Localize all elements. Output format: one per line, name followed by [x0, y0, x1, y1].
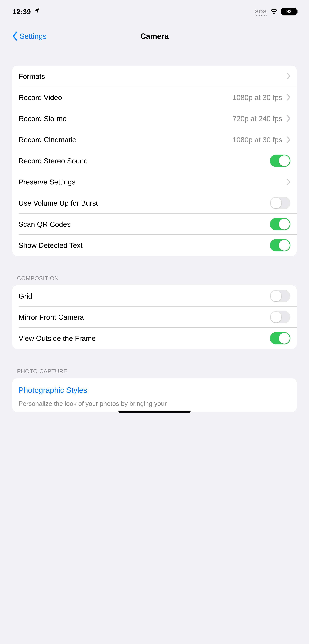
row-detected-text: Show Detected Text	[12, 235, 297, 256]
chevron-right-icon	[287, 136, 290, 143]
row-label: Record Stereo Sound	[18, 156, 88, 165]
row-label: Record Video	[18, 93, 62, 102]
chevron-right-icon	[287, 94, 290, 100]
toggle-view-outside[interactable]	[270, 332, 290, 344]
section-header-composition: COMPOSITION	[17, 275, 297, 282]
toggle-detected-text[interactable]	[270, 239, 290, 252]
row-label: Record Slo-mo	[18, 114, 66, 123]
settings-group-main: Formats Record Video 1080p at 30 fps Rec…	[12, 66, 297, 256]
toggle-record-stereo-sound[interactable]	[270, 154, 290, 167]
row-formats[interactable]: Formats	[12, 66, 297, 87]
toggle-grid[interactable]	[270, 290, 290, 302]
settings-group-composition: Grid Mirror Front Camera View Outside th…	[12, 286, 297, 349]
chevron-left-icon	[12, 32, 18, 40]
row-label: Preserve Settings	[18, 178, 76, 186]
row-label: Show Detected Text	[18, 241, 82, 250]
row-label: Scan QR Codes	[18, 220, 71, 228]
row-label: Use Volume Up for Burst	[18, 199, 98, 207]
nav-bar: Settings Camera	[12, 23, 297, 49]
toggle-scan-qr[interactable]	[270, 218, 290, 230]
home-indicator[interactable]	[118, 411, 190, 413]
row-record-stereo-sound: Record Stereo Sound	[12, 150, 297, 171]
row-label: Formats	[18, 72, 45, 80]
sos-indicator: SOS	[255, 9, 267, 14]
battery-indicator: 92	[281, 8, 297, 16]
back-label: Settings	[20, 32, 46, 40]
row-label: Mirror Front Camera	[18, 313, 84, 321]
row-value: 720p at 240 fps	[232, 114, 282, 123]
row-label: Grid	[18, 292, 32, 300]
chevron-right-icon	[287, 73, 290, 79]
row-scan-qr: Scan QR Codes	[12, 214, 297, 235]
chevron-right-icon	[287, 116, 290, 122]
row-view-outside: View Outside the Frame	[12, 328, 297, 349]
row-record-video[interactable]: Record Video 1080p at 30 fps	[12, 87, 297, 108]
location-icon	[34, 7, 40, 16]
row-mirror-front: Mirror Front Camera	[12, 306, 297, 328]
status-bar: 12:39 SOS 92	[12, 0, 297, 23]
row-record-slomo[interactable]: Record Slo-mo 720p at 240 fps	[12, 108, 297, 129]
toggle-mirror-front[interactable]	[270, 311, 290, 323]
back-button[interactable]: Settings	[12, 32, 46, 40]
row-preserve-settings[interactable]: Preserve Settings	[12, 171, 297, 192]
photographic-styles-title: Photographic Styles	[12, 378, 297, 397]
section-header-photo-capture: PHOTO CAPTURE	[17, 368, 297, 374]
row-grid: Grid	[12, 286, 297, 306]
page-title: Camera	[140, 32, 169, 40]
row-volume-burst: Use Volume Up for Burst	[12, 192, 297, 214]
toggle-volume-burst[interactable]	[270, 197, 290, 209]
settings-group-photographic-styles[interactable]: Photographic Styles Personalize the look…	[12, 378, 297, 412]
status-time: 12:39	[12, 8, 31, 16]
chevron-right-icon	[287, 179, 290, 185]
row-label: View Outside the Frame	[18, 334, 96, 342]
row-value: 1080p at 30 fps	[232, 93, 282, 102]
row-value: 1080p at 30 fps	[232, 136, 282, 144]
photographic-styles-description: Personalize the look of your photos by b…	[12, 397, 297, 410]
row-record-cinematic[interactable]: Record Cinematic 1080p at 30 fps	[12, 129, 297, 150]
row-label: Record Cinematic	[18, 136, 76, 144]
wifi-icon	[270, 8, 278, 16]
